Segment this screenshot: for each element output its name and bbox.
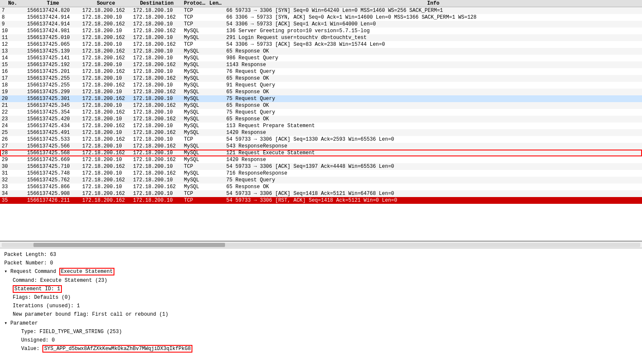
col-header-info: Info xyxy=(225,0,642,7)
table-row[interactable]: 321566137425.762172.18.200.162172.18.200… xyxy=(0,177,642,183)
table-cell xyxy=(208,197,225,204)
table-row[interactable]: 161566137425.201172.18.200.162172.18.200… xyxy=(0,68,642,75)
table-cell: 172.18.200.10 xyxy=(131,190,182,197)
table-cell: 543 ResponseResponse xyxy=(225,143,642,150)
table-cell: 1566137425.139 xyxy=(25,48,81,55)
table-cell: 172.18.200.10 xyxy=(131,21,182,28)
table-cell xyxy=(208,21,225,28)
table-row[interactable]: 141566137425.141172.18.200.162172.18.200… xyxy=(0,55,642,61)
table-row[interactable]: 131566137425.139172.18.200.162172.18.200… xyxy=(0,48,642,55)
table-row[interactable]: 311566137425.748172.18.200.10172.18.200.… xyxy=(0,170,642,177)
scroll-track[interactable] xyxy=(2,243,640,247)
table-cell: 1566137425.908 xyxy=(25,190,81,197)
type-line: Type: FIELD_TYPE_VAR_STRING (253) xyxy=(4,328,638,336)
table-cell: 66 3306 → 59733 [SYN, ACK] Seq=0 Ack=1 W… xyxy=(225,14,642,21)
table-cell: TCP xyxy=(182,41,208,48)
table-cell: 32 xyxy=(0,177,25,183)
table-cell xyxy=(208,48,225,55)
table-cell: 172.18.200.10 xyxy=(131,7,182,14)
table-cell: 172.18.200.10 xyxy=(81,116,131,122)
table-cell: 10 xyxy=(0,28,25,34)
table-cell xyxy=(208,143,225,150)
table-cell: MySQL xyxy=(182,170,208,177)
table-cell: 29 xyxy=(0,156,25,163)
table-cell: 1566137424.914 xyxy=(25,14,81,21)
table-cell xyxy=(208,68,225,75)
table-row[interactable]: 151566137425.192172.18.200.10172.18.200.… xyxy=(0,61,642,68)
table-row[interactable]: 71566137424.820172.18.200.162172.18.200.… xyxy=(0,7,642,14)
table-row[interactable]: 181566137425.255172.18.200.162172.18.200… xyxy=(0,82,642,89)
table-cell xyxy=(208,82,225,89)
table-row[interactable]: 251566137425.491172.18.200.10172.18.200.… xyxy=(0,129,642,136)
table-cell: 65 Response OK xyxy=(225,183,642,190)
horizontal-scrollbar[interactable] xyxy=(0,242,642,248)
scroll-thumb[interactable] xyxy=(33,243,225,247)
table-cell: 172.18.200.162 xyxy=(131,75,182,82)
table-cell: 31 xyxy=(0,170,25,177)
table-cell: 172.18.200.10 xyxy=(131,122,182,129)
table-cell: MySQL xyxy=(182,28,208,34)
table-cell: 54 59733 → 3306 [ACK] Seq=1418 Ack=5121 … xyxy=(225,190,642,197)
packet-length-line: Packet Length: 63 xyxy=(4,251,638,259)
request-command-label: Request Command xyxy=(10,269,56,275)
table-row[interactable]: 331566137425.866172.18.200.10172.18.200.… xyxy=(0,183,642,190)
table-row[interactable]: 91566137424.914172.18.200.162172.18.200.… xyxy=(0,21,642,28)
table-row[interactable]: 111566137425.010172.18.200.162172.18.200… xyxy=(0,34,642,41)
table-cell xyxy=(208,75,225,82)
table-cell xyxy=(208,177,225,183)
table-row[interactable]: 301566137425.710172.18.200.162172.18.200… xyxy=(0,163,642,170)
table-row[interactable]: 81566137424.914172.18.200.10172.18.200.1… xyxy=(0,14,642,21)
table-cell: 1566137425.866 xyxy=(25,183,81,190)
statement-id-label: Statement ID: 1 xyxy=(13,285,62,293)
table-row[interactable]: 241566137425.434172.18.200.162172.18.200… xyxy=(0,122,642,129)
table-cell xyxy=(208,136,225,143)
table-cell: 1566137424.820 xyxy=(25,7,81,14)
table-cell: 172.18.200.10 xyxy=(131,197,182,204)
value-content: SYS_APP_d5bwx8AfZXkKewMkOkaZhBv7MWqjiDX3… xyxy=(42,345,192,353)
table-row[interactable]: 341566137425.908172.18.200.162172.18.200… xyxy=(0,190,642,197)
table-cell: 172.18.200.10 xyxy=(131,34,182,41)
table-row[interactable]: 101566137424.981172.18.200.10172.18.200.… xyxy=(0,28,642,34)
table-cell: MySQL xyxy=(182,109,208,116)
command-label: Command: Execute Statement (23) xyxy=(13,278,107,283)
table-cell: 121 Request Execute Statement xyxy=(225,150,642,156)
parameter-label: Parameter xyxy=(10,320,38,326)
new-param-label: New parameter bound flag: First call or … xyxy=(13,311,168,317)
table-row[interactable]: 291566137425.669172.18.200.10172.18.200.… xyxy=(0,156,642,163)
table-row[interactable]: 201566137425.301172.18.200.162172.18.200… xyxy=(0,95,642,102)
param-collapse-icon[interactable]: ▾ xyxy=(4,320,10,326)
table-cell: MySQL xyxy=(182,183,208,190)
table-cell: 11 xyxy=(0,34,25,41)
table-cell: 1566137425.710 xyxy=(25,163,81,170)
table-cell: 716 ResponseResponse xyxy=(225,170,642,177)
table-cell: 16 xyxy=(0,68,25,75)
collapse-icon[interactable]: ▾ xyxy=(4,269,10,275)
table-cell: MySQL xyxy=(182,102,208,109)
table-cell: 172.18.200.10 xyxy=(81,143,131,150)
table-cell: MySQL xyxy=(182,75,208,82)
table-row[interactable]: 221566137425.354172.18.200.162172.18.200… xyxy=(0,109,642,116)
table-cell: 27 xyxy=(0,143,25,150)
table-row[interactable]: 271566137425.566172.18.200.10172.18.200.… xyxy=(0,143,642,150)
table-cell: 172.18.200.162 xyxy=(81,48,131,55)
table-cell: 1566137425.065 xyxy=(25,41,81,48)
table-cell xyxy=(208,190,225,197)
col-header-time: Time xyxy=(25,0,81,7)
table-cell: 1566137425.141 xyxy=(25,55,81,61)
table-cell: 172.18.200.162 xyxy=(81,55,131,61)
table-cell xyxy=(208,170,225,177)
table-row[interactable]: 171566137425.255172.18.200.10172.18.200.… xyxy=(0,75,642,82)
table-row[interactable]: 351566137426.211172.18.200.162172.18.200… xyxy=(0,197,642,204)
table-cell: 1566137425.345 xyxy=(25,102,81,109)
packet-length-label: Packet Length: 63 xyxy=(4,252,56,258)
table-row[interactable]: 231566137425.420172.18.200.10172.18.200.… xyxy=(0,116,642,122)
table-row[interactable]: 281566137425.568172.18.200.162172.18.200… xyxy=(0,150,642,156)
table-cell xyxy=(208,89,225,95)
table-cell: 1566137425.566 xyxy=(25,143,81,150)
table-cell: 172.18.200.162 xyxy=(81,122,131,129)
table-row[interactable]: 191566137425.299172.18.200.10172.18.200.… xyxy=(0,89,642,95)
table-row[interactable]: 261566137425.533172.18.200.162172.18.200… xyxy=(0,136,642,143)
table-row[interactable]: 121566137425.065172.18.200.10172.18.200.… xyxy=(0,41,642,48)
table-row[interactable]: 211566137425.345172.18.200.10172.18.200.… xyxy=(0,102,642,109)
table-cell: 1566137425.669 xyxy=(25,156,81,163)
